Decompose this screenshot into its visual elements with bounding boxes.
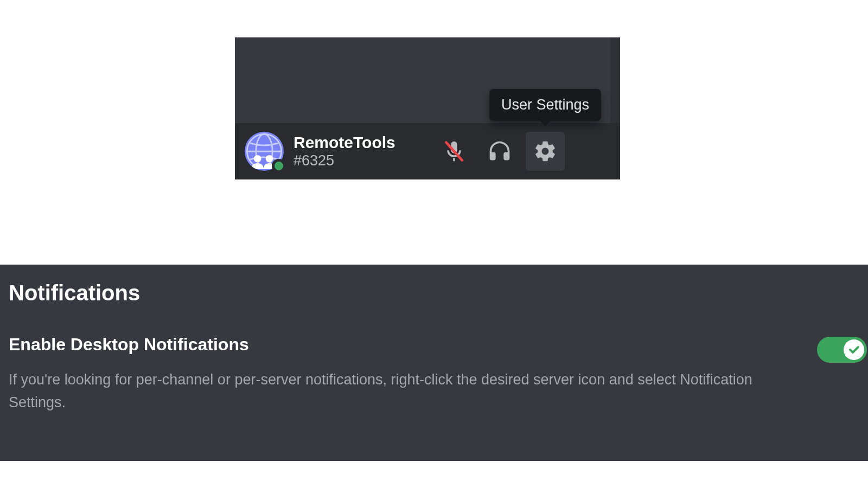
username: RemoteTools (293, 133, 395, 152)
settings-panel: Notifications Enable Desktop Notificatio… (0, 265, 868, 461)
user-controls: User Settings (435, 132, 565, 171)
tooltip: User Settings (489, 89, 601, 121)
setting-row-desktop-notifications: Enable Desktop Notifications If you're l… (9, 335, 859, 414)
tooltip-label: User Settings (501, 97, 589, 113)
mic-muted-icon (442, 139, 466, 163)
svg-point-5 (266, 155, 273, 163)
mute-mic-button[interactable] (435, 132, 474, 171)
deafen-button[interactable] (480, 132, 519, 171)
user-info[interactable]: RemoteTools #6325 (293, 133, 395, 169)
setting-description: If you're looking for per-channel or per… (9, 369, 790, 414)
headphones-icon (488, 139, 512, 163)
gear-icon (533, 139, 557, 163)
svg-point-4 (254, 155, 261, 163)
user-settings-button[interactable]: User Settings (526, 132, 565, 171)
setting-label: Enable Desktop Notifications (9, 335, 804, 355)
section-title: Notifications (9, 281, 859, 305)
user-panel: RemoteTools #6325 User Settings (235, 37, 620, 179)
check-icon (847, 343, 860, 356)
scrollbar-track[interactable] (610, 37, 620, 123)
toggle-knob (844, 339, 864, 360)
setting-text: Enable Desktop Notifications If you're l… (9, 335, 804, 414)
status-online-indicator (272, 159, 286, 173)
toggle-desktop-notifications[interactable] (817, 337, 867, 363)
user-discriminator: #6325 (293, 152, 395, 169)
user-bar: RemoteTools #6325 User Settings (235, 123, 620, 179)
avatar-wrap[interactable] (245, 132, 284, 171)
